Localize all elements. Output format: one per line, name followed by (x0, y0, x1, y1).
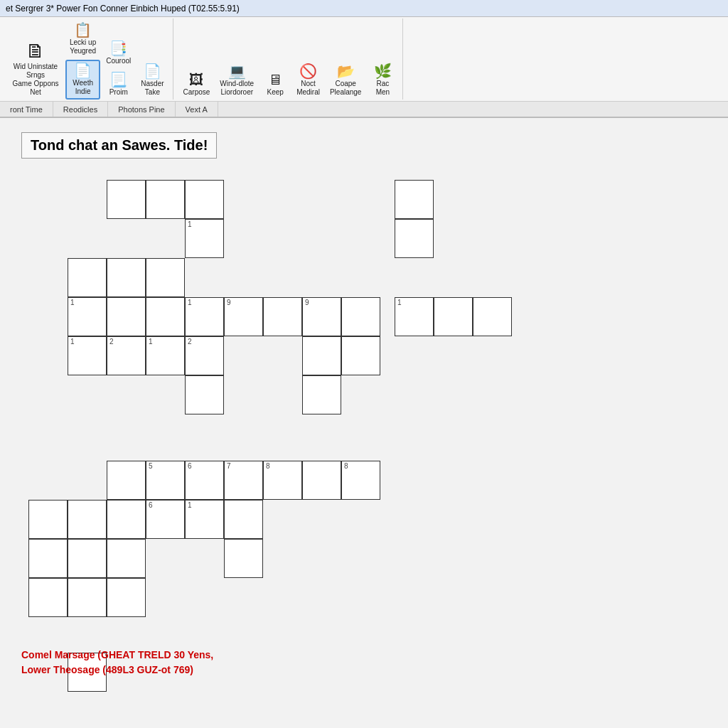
crossword-cell[interactable] (434, 297, 473, 336)
crossword-cell[interactable] (185, 180, 224, 219)
keep-icon: 🖥 (268, 73, 282, 87)
crossword-cell[interactable] (68, 578, 107, 617)
game-oppons-icon: 🗎 (26, 41, 46, 61)
crossword-cell[interactable]: 8 (263, 461, 302, 500)
crossword-cell[interactable]: 1 (146, 336, 185, 375)
crossword-cell[interactable]: 6 (146, 500, 185, 539)
lecki-up-icon: 📋 (74, 23, 92, 37)
proim-button[interactable]: 📃 Proim (102, 70, 135, 100)
tab-ront-time[interactable]: ront Time (0, 102, 53, 117)
ribbon-group-2: 🖼 Carpose 💻 Wind-dloteLiordoroer 🖥 Keep … (175, 18, 404, 100)
crossword-cell[interactable] (107, 258, 146, 297)
crossword-cell[interactable] (302, 336, 341, 375)
tab-vext-a[interactable]: Vext A (176, 102, 218, 117)
crossword-cell[interactable] (341, 297, 380, 336)
noct-mediral-icon: 🚫 (299, 64, 317, 78)
crossword-cell[interactable] (146, 180, 185, 219)
crossword-cell[interactable] (341, 336, 380, 375)
crossword-cell[interactable] (185, 375, 224, 414)
weeth-indie-button[interactable]: 📄 WeethIndie (65, 60, 100, 100)
crossword-cell[interactable]: 9 (302, 297, 341, 336)
crossword-cell[interactable]: 5 (146, 461, 185, 500)
ribbon-group-2-buttons: 🖼 Carpose 💻 Wind-dloteLiordoroer 🖥 Keep … (179, 61, 399, 100)
crossword-cell[interactable] (395, 219, 434, 258)
nasder-take-button[interactable]: 📄 NasderTake (136, 61, 168, 100)
crossword-cell[interactable]: 2 (185, 336, 224, 375)
crossword-cell[interactable] (107, 539, 146, 578)
crossword-cell[interactable] (107, 578, 146, 617)
ribbon-toolbar: 🗎 Wid UninstateSrngsGame OpponsNet 📋 Lec… (0, 17, 728, 101)
lecki-up-button[interactable]: 📋 Lecki upYeugred (65, 20, 100, 58)
title-text: et Sergrer 3* Power Fon Conner Einbich H… (6, 4, 240, 14)
ribbon-group-1: 🗎 Wid UninstateSrngsGame OpponsNet 📋 Lec… (3, 18, 173, 100)
crossword-cell[interactable]: 8 (341, 461, 380, 500)
title-bar: et Sergrer 3* Power Fon Conner Einbich H… (0, 0, 728, 17)
crossword-cell[interactable] (68, 500, 107, 539)
crossword-cell[interactable]: 1 (68, 297, 107, 336)
crossword-cell[interactable] (68, 258, 107, 297)
crossword-cell[interactable]: 1 (185, 500, 224, 539)
crossword-cell[interactable] (107, 500, 146, 539)
crossword-cell[interactable]: 1 (185, 219, 224, 258)
carpose-button[interactable]: 🖼 Carpose (179, 70, 215, 100)
crossword-cell[interactable] (28, 539, 68, 578)
courool-icon: 📑 (109, 41, 127, 55)
ribbon-tabs: ront Time Reodicles Photons Pine Vext A (0, 101, 728, 117)
crossword-cell[interactable]: 1 (68, 336, 107, 375)
crossword-cell[interactable]: 7 (224, 461, 263, 500)
bottom-message: Comel Marsage (GHEAT TRELD 30 Yens, Lowe… (21, 648, 213, 678)
crossword-cell[interactable] (28, 500, 68, 539)
crossword-cell[interactable] (395, 180, 434, 219)
rac-men-button[interactable]: 🌿 RacMen (367, 61, 398, 100)
crossword-cell[interactable] (224, 539, 263, 578)
crossword-cell[interactable] (107, 297, 146, 336)
crossword-cell[interactable]: 9 (224, 297, 263, 336)
carpose-icon: 🖼 (189, 73, 203, 87)
crossword-cell[interactable] (146, 258, 185, 297)
tab-photons-pine[interactable]: Photons Pine (108, 102, 175, 117)
weeth-indie-icon: 📄 (74, 63, 92, 77)
crossword-cell[interactable] (473, 297, 512, 336)
main-content: Tond chat an Sawes. Tide! 11199112125678… (0, 118, 728, 728)
crossword-cell[interactable]: 1 (395, 297, 434, 336)
courool-button[interactable]: 📑 Courool (102, 38, 135, 68)
crossword-container: 11199112125678861 Comel Marsage (GHEAT T… (21, 180, 707, 678)
keep-button[interactable]: 🖥 Keep (259, 70, 291, 100)
doc-title: Tond chat an Sawes. Tide! (21, 132, 217, 159)
coape-plealange-button[interactable]: 📂 CoapePlealange (326, 61, 365, 100)
ribbon: 🗎 Wid UninstateSrngsGame OpponsNet 📋 Lec… (0, 17, 728, 118)
crossword-cell[interactable] (263, 297, 302, 336)
crossword-cell[interactable] (224, 500, 263, 539)
crossword-cell[interactable] (302, 375, 341, 414)
noct-mediral-button[interactable]: 🚫 NoctMediral (292, 61, 324, 100)
crossword-cell[interactable] (107, 461, 146, 500)
nasder-take-icon: 📄 (144, 64, 161, 78)
crossword-cell[interactable]: 6 (185, 461, 224, 500)
rac-men-icon: 🌿 (374, 64, 392, 78)
crossword-cell[interactable] (28, 578, 68, 617)
ribbon-group-1-buttons: 🗎 Wid UninstateSrngsGame OpponsNet 📋 Lec… (7, 20, 168, 100)
crossword-cell[interactable] (68, 539, 107, 578)
crossword-cell[interactable] (146, 297, 185, 336)
wind-dlote-icon: 💻 (228, 64, 246, 78)
crossword-cell[interactable]: 1 (185, 297, 224, 336)
crossword-cell[interactable] (302, 461, 341, 500)
game-oppons-button[interactable]: 🗎 Wid UninstateSrngsGame OpponsNet (7, 38, 64, 100)
wind-dlote-button[interactable]: 💻 Wind-dloteLiordoroer (215, 61, 258, 100)
tab-reodicles[interactable]: Reodicles (53, 102, 108, 117)
crossword-cell[interactable]: 2 (107, 336, 146, 375)
crossword-cell[interactable] (107, 180, 146, 219)
proim-icon: 📃 (109, 73, 127, 87)
coape-plealange-icon: 📂 (337, 64, 355, 78)
